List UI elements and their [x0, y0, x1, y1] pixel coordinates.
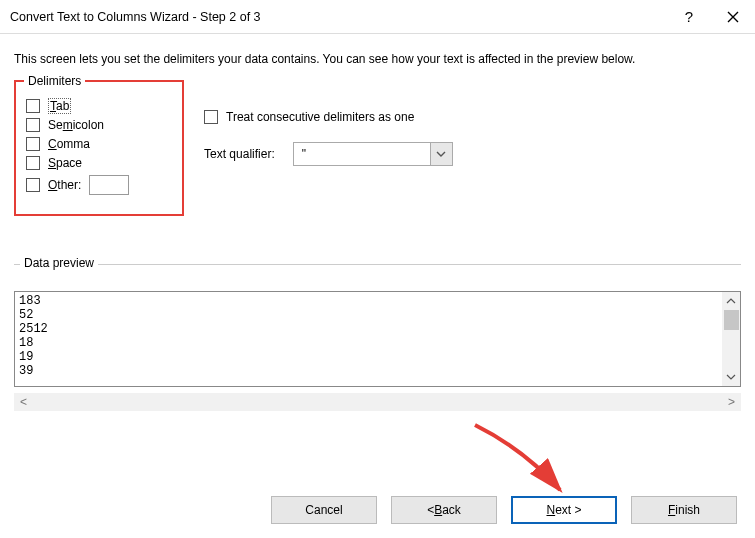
checkbox-tab[interactable]: [26, 99, 40, 113]
vertical-scrollbar[interactable]: [722, 292, 740, 386]
label-other: Other:: [48, 178, 81, 192]
label-semicolon: Semicolon: [48, 118, 104, 132]
horizontal-scrollbar[interactable]: < >: [14, 393, 741, 411]
close-icon: [727, 11, 739, 23]
preview-line: 183: [19, 294, 740, 308]
finish-button[interactable]: Finish: [631, 496, 737, 524]
chevron-down-icon: [436, 151, 446, 157]
other-delimiter-input[interactable]: [89, 175, 129, 195]
preview-line: 39: [19, 364, 740, 378]
help-button[interactable]: ?: [667, 0, 711, 34]
dropdown-button[interactable]: [430, 143, 452, 165]
preview-line: 2512: [19, 322, 740, 336]
checkbox-comma[interactable]: [26, 137, 40, 151]
label-treat-consecutive: Treat consecutive delimiters as one: [226, 110, 414, 124]
delimiters-legend: Delimiters: [24, 74, 85, 88]
data-preview-legend: Data preview: [20, 256, 98, 270]
back-button[interactable]: < Back: [391, 496, 497, 524]
preview-line: 19: [19, 350, 740, 364]
titlebar: Convert Text to Columns Wizard - Step 2 …: [0, 0, 755, 34]
window-title: Convert Text to Columns Wizard - Step 2 …: [10, 10, 667, 24]
next-button[interactable]: Next >: [511, 496, 617, 524]
label-comma: Comma: [48, 137, 90, 151]
label-space: Space: [48, 156, 82, 170]
close-button[interactable]: [711, 0, 755, 34]
preview-line: 52: [19, 308, 740, 322]
cancel-button[interactable]: Cancel: [271, 496, 377, 524]
text-qualifier-dropdown[interactable]: ": [293, 142, 453, 166]
checkbox-treat-consecutive[interactable]: [204, 110, 218, 124]
checkbox-semicolon[interactable]: [26, 118, 40, 132]
scroll-left-icon[interactable]: <: [20, 395, 27, 409]
checkbox-space[interactable]: [26, 156, 40, 170]
intro-text: This screen lets you set the delimiters …: [14, 52, 741, 66]
label-tab: Tab: [48, 99, 71, 113]
scroll-up-icon[interactable]: [722, 292, 740, 310]
data-preview-box: 183522512181939: [14, 291, 741, 387]
text-qualifier-value: ": [294, 147, 430, 161]
scroll-down-icon[interactable]: [722, 368, 740, 386]
annotation-arrow: [465, 420, 585, 500]
label-text-qualifier: Text qualifier:: [204, 147, 275, 161]
checkbox-other[interactable]: [26, 178, 40, 192]
preview-line: 18: [19, 336, 740, 350]
scroll-right-icon[interactable]: >: [728, 395, 735, 409]
scroll-thumb[interactable]: [724, 310, 739, 330]
delimiters-group: Delimiters Tab Semicolon Comma Space Oth…: [14, 80, 184, 216]
